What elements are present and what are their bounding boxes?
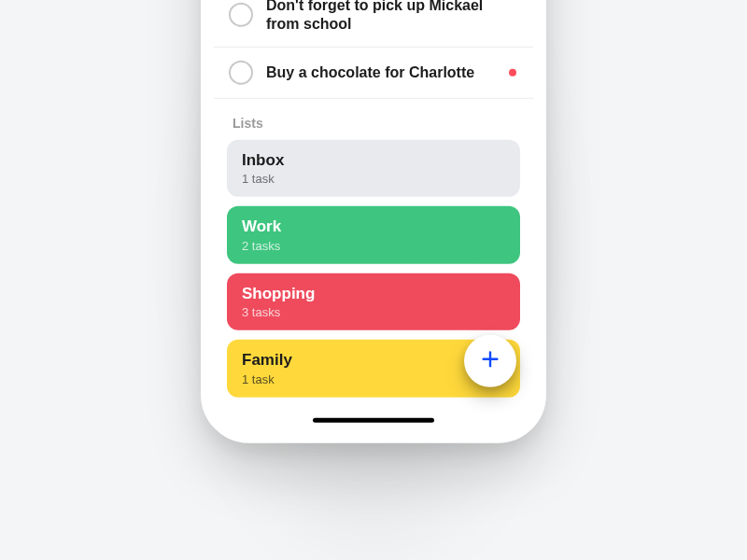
- list-card-work[interactable]: Work 2 tasks: [227, 206, 520, 263]
- task-text: Don't forget to pick up Mickael from sch…: [266, 0, 516, 34]
- task-checkbox[interactable]: [229, 3, 253, 27]
- phone-screen: Buy a milk Don't forget to pick up Micka…: [214, 0, 533, 430]
- task-row[interactable]: Don't forget to pick up Mickael from sch…: [214, 0, 533, 48]
- flag-dot-icon: [509, 69, 516, 77]
- task-checkbox[interactable]: [229, 61, 253, 85]
- list-count: 2 tasks: [242, 239, 505, 253]
- list-count: 1 task: [242, 172, 505, 186]
- list-title: Shopping: [242, 285, 505, 303]
- list-count: 1 task: [242, 371, 505, 385]
- list-title: Inbox: [242, 151, 505, 170]
- home-indicator[interactable]: [313, 418, 434, 423]
- plus-icon: [480, 349, 500, 373]
- task-row[interactable]: Buy a chocolate for Charlotte: [214, 48, 533, 99]
- list-card-inbox[interactable]: Inbox 1 task: [227, 140, 520, 197]
- lists-section-header: Lists: [214, 99, 533, 140]
- phone-frame: Buy a milk Don't forget to pick up Micka…: [201, 0, 546, 443]
- list-card-shopping[interactable]: Shopping 3 tasks: [227, 273, 520, 330]
- task-text: Buy a chocolate for Charlotte: [266, 63, 501, 82]
- list-count: 3 tasks: [242, 305, 505, 319]
- list-title: Work: [242, 217, 505, 236]
- add-button[interactable]: [464, 335, 516, 387]
